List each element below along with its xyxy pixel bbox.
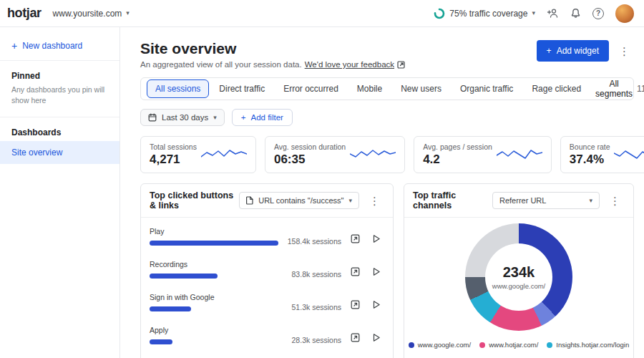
- top-bar: hotjar www.yoursite.com ▾ 75% traffic co…: [0, 0, 644, 27]
- widget-title: Top clicked buttons & links: [150, 190, 233, 211]
- new-dashboard-button[interactable]: + New dashboard: [0, 34, 119, 57]
- legend-label: Insights.hotjar.com/login: [556, 341, 629, 349]
- traffic-body: 234k www.google.com/ www.google.com/ www…: [404, 218, 633, 358]
- metric-card: Avg. session duration 06:35: [265, 136, 405, 173]
- url-filter-value: URL contains "/success": [258, 196, 343, 205]
- play-icon: [372, 300, 381, 309]
- app-root: hotjar www.yoursite.com ▾ 75% traffic co…: [0, 0, 644, 358]
- pinned-section-title: Pinned: [0, 64, 119, 84]
- title-row: Site overview An aggregated view of all …: [140, 40, 634, 69]
- bar-track: [150, 241, 278, 246]
- bar-label: Play: [150, 227, 278, 236]
- chevron-down-icon: ▾: [532, 10, 535, 16]
- play-button[interactable]: [369, 297, 384, 311]
- divider: [0, 117, 119, 117]
- legend-item: www.hotjar.com/: [479, 341, 538, 349]
- play-button[interactable]: [369, 264, 384, 279]
- plus-icon: +: [11, 41, 17, 51]
- filter-tab[interactable]: New users: [392, 79, 450, 98]
- page-title: Site overview: [140, 40, 405, 57]
- open-recording-button[interactable]: [347, 297, 363, 311]
- traffic-coverage-selector[interactable]: 75% traffic coverage ▾: [434, 8, 535, 19]
- calendar-icon: [148, 113, 157, 122]
- bar-label: Recordings: [150, 260, 278, 268]
- site-selector-label: www.yoursite.com: [53, 9, 122, 19]
- title-block: Site overview An aggregated view of all …: [140, 40, 405, 69]
- clicked-row: Apply 28.3k sessions: [150, 319, 384, 352]
- metric-value: 37.4%: [570, 153, 610, 167]
- widget-top-clicked: Top clicked buttons & links URL contains…: [140, 183, 394, 358]
- divider: [0, 60, 119, 61]
- clicked-row: Sign In 28k sessions: [150, 352, 384, 358]
- bar-track: [150, 339, 278, 344]
- user-avatar[interactable]: [615, 4, 634, 23]
- date-range-selector[interactable]: Last 30 days ▾: [140, 109, 225, 126]
- donut-center-label: www.google.com/: [492, 282, 545, 290]
- filter-tab[interactable]: Organic traffic: [452, 79, 522, 98]
- add-widget-label: Add widget: [557, 46, 599, 56]
- referrer-value: Referrer URL: [499, 196, 584, 205]
- chevron-down-icon: ▾: [126, 10, 130, 16]
- open-in-new-icon: [351, 234, 360, 243]
- bar-sessions: 28.3k sessions: [284, 336, 341, 344]
- page-kebab-menu[interactable]: ⋮: [615, 44, 634, 58]
- metric-info: Avg. pages / session 4.2: [423, 142, 492, 167]
- widget-top-traffic: Top traffic channels Referrer URL ▾ ⋮ 23…: [404, 183, 634, 358]
- metric-info: Total sessions 4,271: [150, 142, 197, 167]
- filter-tab[interactable]: Mobile: [348, 79, 391, 98]
- traffic-legend: www.google.com/ www.hotjar.com/ Insights…: [409, 341, 630, 349]
- referrer-dropdown[interactable]: Referrer URL ▾: [492, 192, 600, 209]
- metric-label: Avg. session duration: [274, 142, 346, 151]
- help-button[interactable]: ?: [592, 8, 604, 19]
- donut-chart: 234k www.google.com/: [465, 223, 572, 331]
- bar-fill: [150, 306, 191, 311]
- donut-center: 234k www.google.com/: [485, 243, 552, 311]
- segments-count: 11: [637, 84, 644, 94]
- bar-label: Sign in with Google: [150, 293, 278, 301]
- bar-left: Apply: [150, 326, 278, 344]
- play-button[interactable]: [369, 231, 384, 246]
- coverage-ring-icon: [434, 8, 445, 19]
- metric-info: Bounce rate 37.4%: [570, 142, 610, 167]
- metric-sparkline: [614, 145, 644, 164]
- chevron-down-icon: ▾: [348, 198, 352, 204]
- add-widget-button[interactable]: + Add widget: [537, 40, 609, 62]
- filter-tab[interactable]: Direct traffic: [210, 79, 273, 98]
- external-link-icon: [397, 61, 405, 69]
- play-button[interactable]: [369, 330, 384, 344]
- open-recording-button[interactable]: [347, 330, 363, 344]
- metric-card: Bounce rate 37.4%: [560, 136, 644, 173]
- segments-label: All segments: [595, 79, 633, 99]
- open-recording-button[interactable]: [347, 264, 363, 279]
- add-filter-button[interactable]: + Add filter: [232, 109, 293, 126]
- widget-kebab-menu[interactable]: ⋮: [365, 194, 384, 208]
- metric-info: Avg. session duration 06:35: [274, 142, 346, 167]
- open-in-new-icon: [351, 333, 360, 342]
- filter-tab[interactable]: Error occurred: [275, 79, 347, 98]
- bar-sessions: 51.3k sessions: [284, 303, 341, 311]
- filter-tabs: All sessionsDirect trafficError occurred…: [147, 79, 590, 98]
- sidebar-item-site-overview[interactable]: Site overview: [0, 141, 119, 164]
- metric-value: 4.2: [423, 153, 492, 167]
- metric-value: 06:35: [274, 153, 346, 167]
- feedback-link[interactable]: We'd love your feedback: [305, 60, 394, 69]
- metric-label: Avg. pages / session: [423, 142, 492, 151]
- site-selector[interactable]: www.yoursite.com ▾: [49, 6, 134, 21]
- metric-sparkline: [350, 145, 396, 164]
- url-filter-dropdown[interactable]: URL contains "/success" ▾: [239, 192, 359, 209]
- donut-center-value: 234k: [503, 264, 535, 281]
- body-row: + New dashboard Pinned Any dashboards yo…: [0, 27, 644, 358]
- legend-item: Insights.hotjar.com/login: [547, 341, 629, 349]
- filter-tab[interactable]: Rage clicked: [523, 79, 590, 98]
- open-recording-button[interactable]: [347, 231, 363, 246]
- open-in-new-icon: [351, 267, 360, 276]
- hotjar-logo: hotjar: [7, 6, 42, 21]
- filter-tab[interactable]: All sessions: [147, 79, 209, 98]
- all-segments-selector[interactable]: All segments 11 ▾: [591, 76, 644, 102]
- legend-label: www.hotjar.com/: [489, 341, 538, 349]
- invite-user-button[interactable]: [547, 8, 559, 19]
- notifications-button[interactable]: [570, 8, 581, 19]
- new-dashboard-label: New dashboard: [22, 41, 82, 51]
- widget-kebab-menu[interactable]: ⋮: [605, 194, 625, 208]
- bar-sessions: 158.4k sessions: [284, 237, 341, 246]
